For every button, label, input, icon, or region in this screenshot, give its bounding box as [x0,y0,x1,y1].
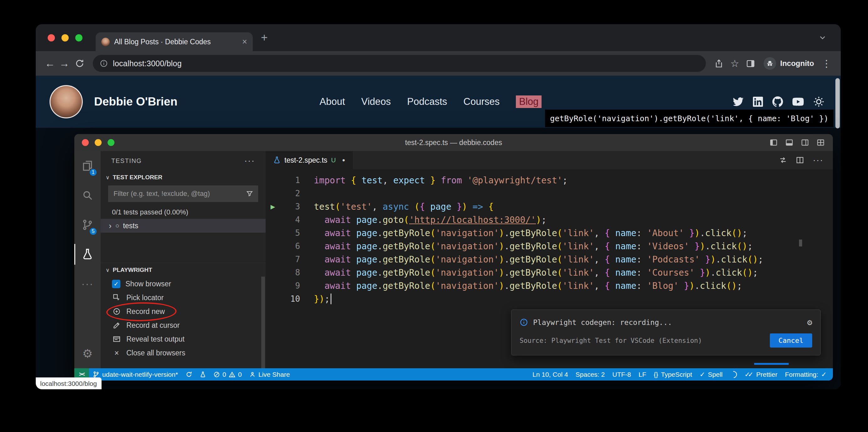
tab-close-icon[interactable]: × [242,37,247,47]
filter-funnel-icon[interactable] [246,190,253,198]
tab-search-chevron-icon[interactable] [818,33,827,42]
sidebar-more-icon[interactable]: ··· [244,156,255,166]
modified-dot-icon[interactable]: ● [342,157,345,163]
link-target-tooltip: localhost:3000/blog [36,377,102,389]
playwright-record-new[interactable]: Record new [101,305,266,318]
new-tab-button[interactable]: + [261,31,268,44]
test-state-circle-icon: ○ [115,222,120,230]
code-line[interactable]: 6 await page.getByRole('navigation').get… [266,239,833,253]
git-branch-item[interactable]: udate-wait-netlify-version* [89,368,182,380]
formatting-item[interactable]: Formatting: ✓ [781,368,830,380]
youtube-icon[interactable] [793,96,804,107]
run-test-icon[interactable]: ▶ [266,203,280,210]
sync-icon[interactable] [182,368,196,380]
minimize-window-button[interactable] [95,139,102,146]
site-info-icon[interactable] [100,59,108,67]
editor-scrollbar-thumb[interactable] [799,239,802,247]
playwright-record-at-cursor[interactable]: Record at cursor [101,318,266,332]
activity-testing[interactable] [74,239,101,269]
section-playwright[interactable]: ∨ PLAYWRIGHT [101,263,266,277]
settings-gear-icon[interactable]: ⚙ [74,339,101,368]
code-line[interactable]: ▶3test('test', async ({ page }) => { [266,200,833,213]
minimize-window-button[interactable] [61,34,69,41]
playwright-reveal-test-output[interactable]: Reveal test output [101,332,266,346]
zoom-window-button[interactable] [75,34,83,41]
toggle-panel-icon[interactable] [785,139,794,147]
open-changes-icon[interactable] [779,156,787,164]
code-line[interactable]: 9 await page.getByRole('navigation').get… [266,279,833,292]
toggle-sidebar-icon[interactable] [770,139,778,147]
share-icon[interactable] [714,59,723,68]
bookmark-star-icon[interactable]: ☆ [730,58,739,69]
site-name[interactable]: Debbie O'Brien [94,95,178,108]
section-label: TEST EXPLORER [113,174,162,181]
cancel-button[interactable]: Cancel [770,334,812,348]
close-window-button[interactable] [48,34,55,41]
activity-search[interactable] [74,180,101,210]
forward-button[interactable]: → [57,57,71,69]
activity-explorer[interactable]: 1 [74,151,101,180]
status-flask-icon[interactable] [196,368,210,380]
activity-source-control[interactable]: 5 [74,210,101,239]
nav-link-videos[interactable]: Videos [361,96,391,107]
spell-checker[interactable]: ✓ Spell [696,368,726,380]
back-button[interactable]: ← [43,57,57,69]
problems-item[interactable]: 0 0 [210,368,246,380]
prettier-item[interactable]: ✓✓ Prettier [741,368,781,380]
url-bar[interactable]: localhost:3000/blog [93,55,706,72]
activity-more-icon[interactable]: ··· [74,269,101,298]
encoding[interactable]: UTF-8 [609,368,635,380]
nav-link-courses[interactable]: Courses [463,96,500,107]
editor-more-icon[interactable]: ··· [813,155,824,165]
playwright-show-browser[interactable]: ✓ Show browser [101,277,266,291]
code-text: }); [314,293,332,304]
sidebar-scrollbar-thumb[interactable] [261,277,265,368]
toggle-secondary-sidebar-icon[interactable] [801,139,809,147]
code-line[interactable]: 7 await page.getByRole('navigation').get… [266,253,833,266]
github-icon[interactable] [772,96,783,107]
nav-link-podcasts[interactable]: Podcasts [407,96,447,107]
test-filter[interactable] [108,185,258,202]
indentation[interactable]: Spaces: 2 [572,368,608,380]
browser-menu-icon[interactable]: ⋮ [822,58,831,69]
tab-favicon [101,38,110,46]
eol[interactable]: LF [635,368,650,380]
page-scrollbar-thumb[interactable] [835,78,840,128]
notification-gear-icon[interactable]: ⚙ [807,317,812,327]
theme-sun-icon[interactable] [813,96,825,107]
window-controls [48,34,83,41]
zoom-window-button[interactable] [107,139,115,146]
section-test-explorer[interactable]: ∨ TEST EXPLORER [101,171,266,184]
test-tree-item-tests[interactable]: › ○ tests [101,219,266,233]
browser-tab[interactable]: All Blog Posts · Debbie Codes × [96,32,253,51]
code-line[interactable]: 10}); [266,292,833,306]
code-line[interactable]: 1import { test, expect } from '@playwrig… [266,174,833,187]
nav-link-blog[interactable]: Blog [516,95,541,108]
editor-tab-label: test-2.spec.ts [284,156,328,165]
live-share-item[interactable]: Live Share [246,368,293,380]
side-panel-icon[interactable] [746,59,755,68]
cursor-position[interactable]: Ln 10, Col 4 [529,368,572,380]
close-window-button[interactable] [82,139,89,146]
braces-icon: {} [654,371,658,378]
split-editor-icon[interactable] [796,156,804,164]
test-filter-input[interactable] [113,189,243,198]
playwright-pick-locator[interactable]: Pick locator [101,291,266,305]
twitter-icon[interactable] [733,96,744,107]
linkedin-icon[interactable] [753,97,763,107]
code-line[interactable]: 2 [266,187,833,200]
code-line[interactable]: 5 await page.getByRole('navigation').get… [266,226,833,239]
code-editor[interactable]: 1import { test, expect } from '@playwrig… [266,169,833,368]
editor-layout-icon[interactable] [816,139,825,147]
code-text: import { test, expect } from '@playwrigh… [314,175,567,185]
avatar[interactable] [50,85,83,118]
code-line[interactable]: 4 await page.goto('http://localhost:3000… [266,213,833,226]
editor-tab[interactable]: test-2.spec.ts U ● [266,151,353,169]
code-line[interactable]: 8 await page.getByRole('navigation').get… [266,266,833,279]
checkbox-checked-icon[interactable]: ✓ [112,280,120,288]
reload-button[interactable] [75,59,84,68]
code-text: await page.getByRole('navigation').getBy… [314,281,742,291]
nav-link-about[interactable]: About [319,96,345,107]
language-mode[interactable]: {} TypeScript [650,368,696,380]
playwright-close-all-browsers[interactable]: × Close all browsers [101,346,266,360]
